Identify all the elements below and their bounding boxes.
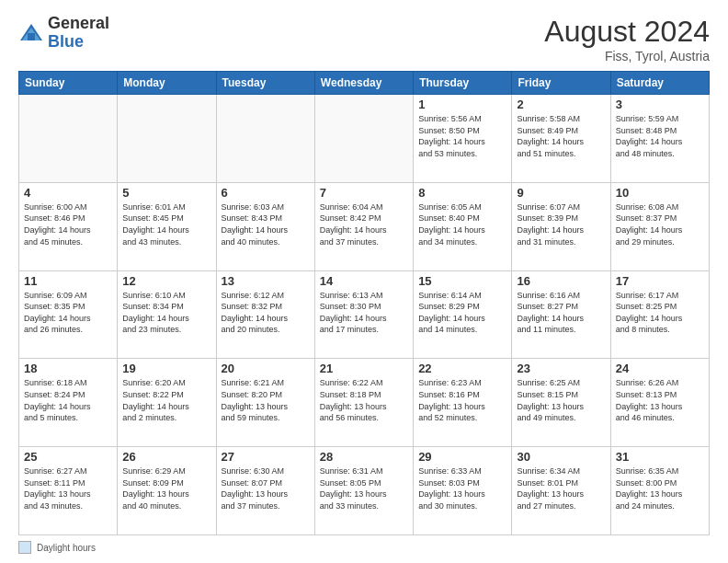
table-row: 21Sunrise: 6:22 AM Sunset: 8:18 PM Dayli… <box>314 359 413 447</box>
day-info: Sunrise: 6:01 AM Sunset: 8:45 PM Dayligh… <box>122 201 210 247</box>
table-row: 23Sunrise: 6:25 AM Sunset: 8:15 PM Dayli… <box>512 359 610 447</box>
legend-box <box>18 541 31 554</box>
header: General Blue August 2024 Fiss, Tyrol, Au… <box>18 15 710 63</box>
table-row: 8Sunrise: 6:05 AM Sunset: 8:40 PM Daylig… <box>414 182 512 270</box>
day-number: 7 <box>320 186 408 200</box>
table-row: 28Sunrise: 6:31 AM Sunset: 8:05 PM Dayli… <box>314 447 413 535</box>
table-row <box>118 95 216 183</box>
day-info: Sunrise: 6:05 AM Sunset: 8:40 PM Dayligh… <box>418 201 506 247</box>
logo-blue-text: Blue <box>48 33 109 52</box>
table-row: 24Sunrise: 6:26 AM Sunset: 8:13 PM Dayli… <box>610 359 709 447</box>
table-row: 17Sunrise: 6:17 AM Sunset: 8:25 PM Dayli… <box>610 270 709 359</box>
day-info: Sunrise: 6:31 AM Sunset: 8:05 PM Dayligh… <box>320 465 408 511</box>
day-number: 5 <box>122 186 210 200</box>
table-row: 3Sunrise: 5:59 AM Sunset: 8:48 PM Daylig… <box>610 95 709 183</box>
footer: Daylight hours <box>18 541 710 554</box>
day-info: Sunrise: 6:33 AM Sunset: 8:03 PM Dayligh… <box>418 465 506 511</box>
day-number: 26 <box>122 450 210 464</box>
calendar-week-3: 11Sunrise: 6:09 AM Sunset: 8:35 PM Dayli… <box>19 270 710 359</box>
table-row: 30Sunrise: 6:34 AM Sunset: 8:01 PM Dayli… <box>512 447 610 535</box>
calendar-header-row: Sunday Monday Tuesday Wednesday Thursday… <box>19 72 710 95</box>
day-info: Sunrise: 6:00 AM Sunset: 8:46 PM Dayligh… <box>24 201 112 247</box>
logo: General Blue <box>18 15 109 52</box>
col-thursday: Thursday <box>414 72 512 95</box>
day-info: Sunrise: 6:09 AM Sunset: 8:35 PM Dayligh… <box>24 290 112 336</box>
table-row: 13Sunrise: 6:12 AM Sunset: 8:32 PM Dayli… <box>216 270 314 359</box>
day-info: Sunrise: 6:08 AM Sunset: 8:37 PM Dayligh… <box>616 201 704 247</box>
day-info: Sunrise: 6:34 AM Sunset: 8:01 PM Dayligh… <box>517 465 605 511</box>
day-number: 22 <box>418 362 506 375</box>
day-number: 6 <box>222 186 310 200</box>
day-info: Sunrise: 6:13 AM Sunset: 8:30 PM Dayligh… <box>320 290 408 336</box>
table-row: 29Sunrise: 6:33 AM Sunset: 8:03 PM Dayli… <box>414 447 512 535</box>
table-row: 18Sunrise: 6:18 AM Sunset: 8:24 PM Dayli… <box>19 359 118 447</box>
calendar-week-2: 4Sunrise: 6:00 AM Sunset: 8:46 PM Daylig… <box>19 182 710 270</box>
table-row <box>314 95 413 183</box>
table-row: 26Sunrise: 6:29 AM Sunset: 8:09 PM Dayli… <box>118 447 216 535</box>
day-number: 28 <box>320 450 408 464</box>
logo-text: General Blue <box>48 15 109 52</box>
day-info: Sunrise: 5:56 AM Sunset: 8:50 PM Dayligh… <box>418 113 506 159</box>
table-row: 10Sunrise: 6:08 AM Sunset: 8:37 PM Dayli… <box>610 182 709 270</box>
col-wednesday: Wednesday <box>314 72 413 95</box>
table-row: 27Sunrise: 6:30 AM Sunset: 8:07 PM Dayli… <box>216 447 314 535</box>
day-info: Sunrise: 6:26 AM Sunset: 8:13 PM Dayligh… <box>616 377 704 423</box>
table-row: 7Sunrise: 6:04 AM Sunset: 8:42 PM Daylig… <box>314 182 413 270</box>
title-block: August 2024 Fiss, Tyrol, Austria <box>544 15 710 63</box>
table-row <box>216 95 314 183</box>
table-row: 2Sunrise: 5:58 AM Sunset: 8:49 PM Daylig… <box>512 95 610 183</box>
calendar-week-1: 1Sunrise: 5:56 AM Sunset: 8:50 PM Daylig… <box>19 95 710 183</box>
day-info: Sunrise: 6:35 AM Sunset: 8:00 PM Dayligh… <box>616 465 704 511</box>
day-number: 12 <box>122 274 210 288</box>
table-row: 22Sunrise: 6:23 AM Sunset: 8:16 PM Dayli… <box>414 359 512 447</box>
table-row <box>19 95 118 183</box>
day-info: Sunrise: 6:23 AM Sunset: 8:16 PM Dayligh… <box>418 377 506 423</box>
table-row: 20Sunrise: 6:21 AM Sunset: 8:20 PM Dayli… <box>216 359 314 447</box>
calendar-week-5: 25Sunrise: 6:27 AM Sunset: 8:11 PM Dayli… <box>19 447 710 535</box>
day-info: Sunrise: 6:16 AM Sunset: 8:27 PM Dayligh… <box>517 290 605 336</box>
day-number: 14 <box>320 274 408 288</box>
table-row: 14Sunrise: 6:13 AM Sunset: 8:30 PM Dayli… <box>314 270 413 359</box>
day-number: 13 <box>222 274 310 288</box>
day-info: Sunrise: 6:07 AM Sunset: 8:39 PM Dayligh… <box>517 201 605 247</box>
day-number: 16 <box>517 274 605 288</box>
day-number: 8 <box>418 186 506 200</box>
legend-label: Daylight hours <box>37 543 96 553</box>
svg-rect-2 <box>28 33 35 40</box>
calendar-week-4: 18Sunrise: 6:18 AM Sunset: 8:24 PM Dayli… <box>19 359 710 447</box>
month-year: August 2024 <box>544 15 710 49</box>
day-number: 31 <box>616 450 704 464</box>
table-row: 16Sunrise: 6:16 AM Sunset: 8:27 PM Dayli… <box>512 270 610 359</box>
day-info: Sunrise: 6:18 AM Sunset: 8:24 PM Dayligh… <box>24 377 112 423</box>
day-number: 3 <box>616 98 704 111</box>
table-row: 6Sunrise: 6:03 AM Sunset: 8:43 PM Daylig… <box>216 182 314 270</box>
day-info: Sunrise: 6:03 AM Sunset: 8:43 PM Dayligh… <box>222 201 310 247</box>
day-info: Sunrise: 5:59 AM Sunset: 8:48 PM Dayligh… <box>616 113 704 159</box>
day-number: 21 <box>320 362 408 375</box>
day-number: 19 <box>122 362 210 375</box>
logo-general-text: General <box>48 15 109 33</box>
day-number: 18 <box>24 362 112 375</box>
day-number: 10 <box>616 186 704 200</box>
col-sunday: Sunday <box>19 72 118 95</box>
table-row: 1Sunrise: 5:56 AM Sunset: 8:50 PM Daylig… <box>414 95 512 183</box>
table-row: 5Sunrise: 6:01 AM Sunset: 8:45 PM Daylig… <box>118 182 216 270</box>
day-number: 9 <box>517 186 605 200</box>
day-number: 25 <box>24 450 112 464</box>
day-number: 23 <box>517 362 605 375</box>
day-info: Sunrise: 5:58 AM Sunset: 8:49 PM Dayligh… <box>517 113 605 159</box>
page: General Blue August 2024 Fiss, Tyrol, Au… <box>0 0 728 563</box>
table-row: 31Sunrise: 6:35 AM Sunset: 8:00 PM Dayli… <box>610 447 709 535</box>
day-info: Sunrise: 6:21 AM Sunset: 8:20 PM Dayligh… <box>222 377 310 423</box>
table-row: 4Sunrise: 6:00 AM Sunset: 8:46 PM Daylig… <box>19 182 118 270</box>
col-tuesday: Tuesday <box>216 72 314 95</box>
day-info: Sunrise: 6:29 AM Sunset: 8:09 PM Dayligh… <box>122 465 210 511</box>
calendar-table: Sunday Monday Tuesday Wednesday Thursday… <box>18 71 710 535</box>
table-row: 19Sunrise: 6:20 AM Sunset: 8:22 PM Dayli… <box>118 359 216 447</box>
day-info: Sunrise: 6:20 AM Sunset: 8:22 PM Dayligh… <box>122 377 210 423</box>
logo-icon <box>18 20 44 46</box>
table-row: 11Sunrise: 6:09 AM Sunset: 8:35 PM Dayli… <box>19 270 118 359</box>
day-number: 24 <box>616 362 704 375</box>
table-row: 15Sunrise: 6:14 AM Sunset: 8:29 PM Dayli… <box>414 270 512 359</box>
day-number: 2 <box>517 98 605 111</box>
